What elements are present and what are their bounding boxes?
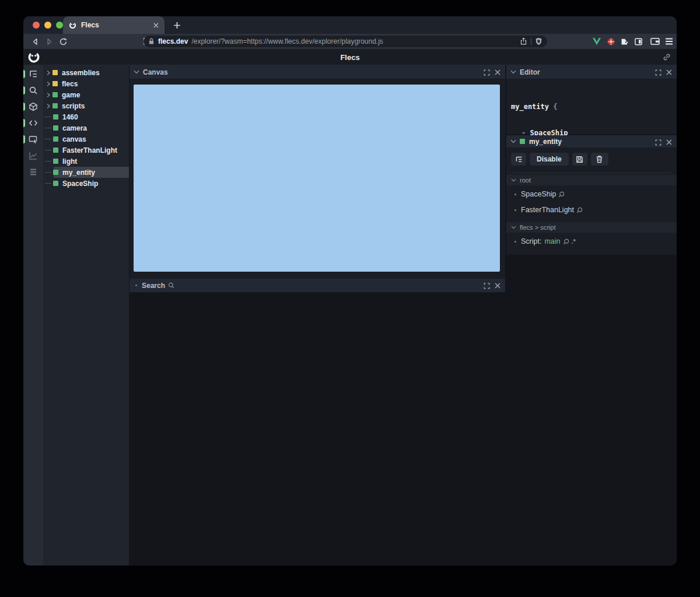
sidebar-item-canvas[interactable] bbox=[23, 132, 43, 147]
trash-icon bbox=[596, 155, 603, 163]
canvas-panel-body bbox=[130, 79, 505, 279]
entity-dot bbox=[53, 181, 58, 186]
canvas-panel-header[interactable]: Canvas bbox=[130, 65, 505, 79]
tree-row-fasterthanlight[interactable]: FasterThanLight bbox=[43, 145, 129, 156]
disable-button[interactable]: Disable bbox=[530, 153, 569, 166]
menu-icon[interactable] bbox=[663, 36, 676, 47]
active-indicator bbox=[23, 103, 25, 111]
entity-dot bbox=[53, 170, 58, 175]
entity-dot bbox=[53, 136, 58, 142]
tree-row-scripts[interactable]: scripts bbox=[43, 100, 129, 111]
extensions-puzzle-icon[interactable] bbox=[618, 36, 631, 47]
component-label: SpaceShip bbox=[521, 190, 556, 198]
sidebar-item-statistics[interactable] bbox=[23, 148, 43, 163]
entity-dot bbox=[53, 125, 58, 131]
traffic-minimize-button[interactable] bbox=[44, 22, 51, 29]
rows-icon bbox=[29, 167, 38, 177]
search-panel-title: Search bbox=[142, 282, 165, 290]
tree-row-1460[interactable]: 1460 bbox=[43, 111, 129, 122]
cube-icon bbox=[29, 102, 38, 111]
chevron-right-icon bbox=[46, 103, 51, 109]
sidebar-item-tree[interactable] bbox=[23, 66, 43, 82]
fullscreen-icon[interactable] bbox=[484, 69, 490, 76]
panel-sidebar bbox=[23, 65, 43, 566]
editor-panel-body[interactable]: my_entity { - SpaceShip - FasterThanLigh… bbox=[506, 79, 677, 134]
close-icon[interactable] bbox=[495, 283, 501, 289]
share-link-icon[interactable] bbox=[663, 53, 671, 61]
reload-button[interactable] bbox=[56, 34, 70, 48]
active-indicator bbox=[23, 135, 25, 143]
tree-label: SpaceShip bbox=[62, 180, 98, 188]
show-in-tree-button[interactable] bbox=[511, 153, 526, 166]
sidebar-item-tables[interactable] bbox=[23, 164, 43, 180]
editor-panel-header[interactable]: Editor bbox=[506, 65, 677, 79]
share-icon[interactable] bbox=[520, 37, 527, 45]
tree-row-assemblies[interactable]: assemblies bbox=[43, 67, 129, 78]
wallet-icon[interactable] bbox=[649, 36, 662, 47]
tab-close-icon[interactable] bbox=[153, 23, 159, 28]
sidebar-item-editor[interactable] bbox=[23, 115, 43, 131]
tree-row-my-entity[interactable]: my_entity bbox=[43, 167, 129, 178]
app-title: Flecs bbox=[23, 53, 677, 62]
render-canvas[interactable] bbox=[134, 85, 500, 272]
section-root[interactable]: root bbox=[506, 175, 677, 185]
tree-row-game[interactable]: game bbox=[43, 89, 129, 100]
magnifier-icon[interactable] bbox=[563, 238, 569, 245]
row-bullet bbox=[514, 209, 516, 211]
close-icon[interactable] bbox=[666, 69, 672, 75]
entity-dot bbox=[52, 70, 58, 75]
traffic-maximize-button[interactable] bbox=[56, 22, 63, 29]
close-icon[interactable] bbox=[495, 69, 501, 75]
section-title: flecs > script bbox=[520, 224, 555, 231]
section-title: root bbox=[520, 177, 531, 184]
chart-icon bbox=[29, 151, 38, 160]
fullscreen-icon[interactable] bbox=[655, 69, 662, 76]
sidebar-item-entities[interactable] bbox=[23, 99, 43, 114]
regex-glyph[interactable]: .* bbox=[572, 238, 576, 245]
tree-row-canvas[interactable]: canvas bbox=[43, 134, 129, 145]
entity-dot bbox=[52, 92, 58, 97]
tree-row-camera[interactable]: camera bbox=[43, 122, 129, 134]
search-panel-header[interactable]: Search bbox=[130, 279, 505, 293]
browser-tab[interactable]: Flecs bbox=[63, 16, 164, 34]
fullscreen-icon[interactable] bbox=[655, 139, 662, 146]
recorder-extension-icon[interactable] bbox=[604, 36, 617, 47]
row-bullet bbox=[514, 241, 516, 243]
fullscreen-icon[interactable] bbox=[484, 283, 490, 289]
magnifier-icon[interactable] bbox=[576, 207, 583, 213]
collapsed-bullet bbox=[135, 285, 137, 286]
tree-icon bbox=[29, 69, 38, 79]
leaf-dash bbox=[45, 150, 51, 150]
component-row-script[interactable]: Script: main .* bbox=[506, 236, 677, 247]
magnifier-icon[interactable] bbox=[558, 191, 565, 198]
active-indicator bbox=[23, 119, 25, 127]
vue-devtools-icon[interactable] bbox=[590, 36, 603, 47]
active-indicator bbox=[23, 70, 25, 78]
tree-label: scripts bbox=[62, 102, 85, 110]
save-button[interactable] bbox=[572, 153, 587, 166]
tree-label: light bbox=[62, 157, 77, 166]
entity-dot bbox=[52, 103, 58, 108]
sidebar-toggle-icon[interactable] bbox=[632, 36, 645, 47]
divider bbox=[512, 173, 671, 173]
forward-button[interactable] bbox=[42, 34, 56, 48]
traffic-close-button[interactable] bbox=[33, 22, 40, 29]
component-label: FasterThanLight bbox=[521, 206, 574, 214]
component-row-spaceship[interactable]: SpaceShip bbox=[506, 189, 677, 199]
component-row-fasterthanlight[interactable]: FasterThanLight bbox=[506, 205, 677, 215]
sidebar-item-search[interactable] bbox=[23, 83, 43, 98]
tree-row-spaceship[interactable]: SpaceShip bbox=[43, 178, 129, 189]
url-path: /explorer/?wasm=https://www.flecs.dev/ex… bbox=[191, 37, 516, 45]
tree-row-flecs[interactable]: flecs bbox=[43, 78, 129, 89]
section-flecs-script[interactable]: flecs > script bbox=[506, 222, 677, 233]
close-icon[interactable] bbox=[666, 139, 672, 145]
entity-dot bbox=[53, 148, 58, 153]
chevron-down-icon bbox=[510, 139, 516, 143]
tree-row-light[interactable]: light bbox=[43, 156, 129, 167]
back-button[interactable] bbox=[28, 34, 42, 48]
brave-shield-icon[interactable] bbox=[535, 37, 542, 45]
new-tab-button[interactable] bbox=[170, 19, 183, 31]
address-bar[interactable]: flecs.dev /explorer/?wasm=https://www.fl… bbox=[144, 36, 547, 47]
delete-button[interactable] bbox=[591, 153, 608, 166]
inspector-panel-header[interactable]: my_entity bbox=[506, 135, 677, 148]
